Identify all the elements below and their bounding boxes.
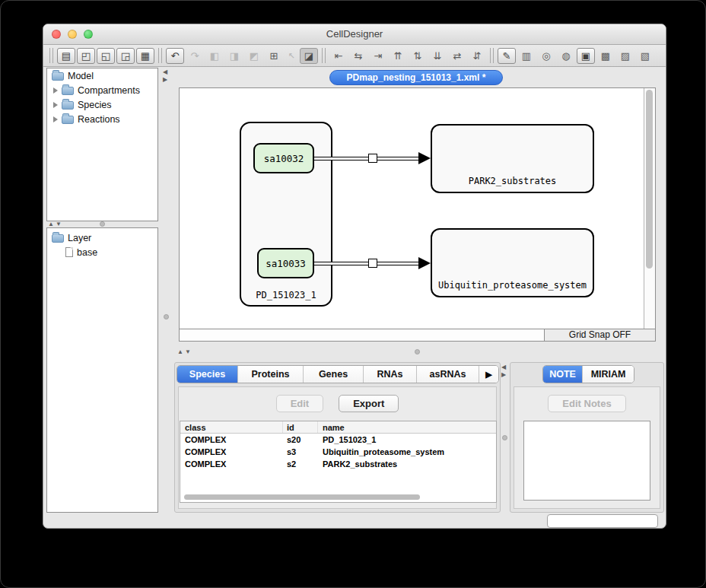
select-grid-button[interactable]: ⊞: [265, 48, 283, 64]
tab-genes[interactable]: Genes: [304, 366, 364, 383]
redo-button[interactable]: ↷: [186, 48, 204, 64]
paste-button[interactable]: ◩: [245, 48, 263, 64]
status-field[interactable]: [547, 514, 658, 528]
align-bottom-button[interactable]: ⇊: [428, 48, 447, 64]
list-view-button[interactable]: ▥: [517, 48, 536, 64]
cell-class: COMPLEX: [180, 458, 283, 470]
reaction-line[interactable]: [314, 262, 420, 265]
column-header-name[interactable]: name: [318, 421, 496, 433]
tab-asrnas[interactable]: asRNAs: [417, 366, 479, 383]
scrollbar-thumb[interactable]: [646, 90, 653, 269]
table-horizontal-scrollbar-thumb[interactable]: [184, 494, 420, 500]
tab-species[interactable]: Species: [177, 366, 238, 383]
reaction-process-node[interactable]: [368, 259, 377, 268]
distribute-horizontal-button[interactable]: ⇄: [448, 48, 466, 64]
complex-node-park2-substrates[interactable]: PARK2_substrates: [431, 124, 594, 193]
edit-button[interactable]: Edit: [276, 395, 324, 412]
bottom-horizontal-splitter[interactable]: ▲ ▼: [174, 348, 664, 357]
tab-miriam[interactable]: MIRIAM: [583, 366, 634, 383]
align-middle-vertical-icon: ⇅: [414, 50, 422, 62]
species-table-header: class id name: [180, 421, 496, 434]
tree-item-layer[interactable]: Layer: [47, 230, 157, 245]
diagram-canvas[interactable]: PD_151023_1 sa10032 sa10033 PARK2_substr…: [180, 88, 644, 329]
toggle-notes-button[interactable]: ◪: [300, 48, 318, 64]
notes-view-button[interactable]: ▣: [577, 48, 595, 64]
open-button[interactable]: ◰: [77, 48, 95, 64]
layout-view-2-button[interactable]: ▨: [616, 48, 634, 64]
table-row[interactable]: COMPLEX s2 PARK2_substrates: [180, 458, 496, 470]
save-as-button[interactable]: ◲: [116, 48, 135, 64]
tree-item-model[interactable]: Model: [47, 68, 157, 83]
splitter-up-arrow-icon[interactable]: ▲: [177, 349, 183, 355]
splitter-handle[interactable]: [502, 435, 507, 440]
splitter-left-arrow-icon[interactable]: ◀: [501, 364, 506, 370]
table-row[interactable]: COMPLEX s3 Ubiquitin_proteasome_system: [180, 446, 496, 458]
layout-view-3-button[interactable]: ▧: [636, 48, 654, 64]
tree-item-base-layer[interactable]: base: [47, 245, 157, 259]
species-view-button[interactable]: ◍: [557, 48, 575, 64]
align-middle-vertical-button[interactable]: ⇅: [409, 48, 427, 64]
print-button[interactable]: ▦: [136, 48, 154, 64]
table-row[interactable]: COMPLEX s20 PD_151023_1: [180, 434, 496, 446]
column-header-id[interactable]: id: [283, 421, 318, 433]
tab-note[interactable]: NOTE: [543, 366, 583, 383]
canvas-horizontal-scrollbar[interactable]: [180, 329, 545, 341]
tree-item-compartments[interactable]: Compartments: [47, 83, 157, 97]
splitter-right-arrow-icon[interactable]: ▶: [163, 77, 167, 83]
tree-item-reactions[interactable]: Reactions: [47, 112, 157, 126]
reaction-view-button[interactable]: ◎: [537, 48, 555, 64]
complex-node-label: PD_151023_1: [241, 290, 331, 300]
bottom-vertical-splitter[interactable]: ◀ ▶: [501, 362, 510, 513]
species-panel-body: Edit Export class id name COMPLEX s20 PD…: [178, 386, 497, 509]
tree-item-species[interactable]: Species: [47, 97, 157, 112]
tab-rnas[interactable]: RNAs: [364, 366, 417, 383]
splitter-up-arrow-icon[interactable]: ▲: [48, 221, 54, 227]
disclosure-triangle-icon[interactable]: [53, 116, 58, 122]
splitter-down-arrow-icon[interactable]: ▼: [56, 221, 62, 227]
export-button[interactable]: Export: [339, 395, 399, 412]
zoom-window-button[interactable]: [84, 30, 93, 39]
distribute-horizontal-icon: ⇄: [453, 50, 462, 62]
disclosure-triangle-icon[interactable]: [53, 87, 58, 94]
main-vertical-splitter[interactable]: ◀ ▶: [160, 68, 173, 513]
delete-button[interactable]: ◧: [205, 48, 224, 64]
minimize-window-button[interactable]: [68, 30, 77, 39]
left-horizontal-splitter[interactable]: ▲ ▼: [46, 221, 158, 227]
reaction-arrowhead-icon: [418, 152, 431, 164]
splitter-right-arrow-icon[interactable]: ▶: [501, 372, 506, 378]
document-tab[interactable]: PDmap_nesting_151013_1.xml *: [329, 70, 503, 85]
species-table: class id name COMPLEX s20 PD_151023_1 CO…: [180, 421, 497, 503]
align-left-button[interactable]: ⇤: [329, 48, 348, 64]
splitter-handle[interactable]: [415, 349, 420, 354]
splitter-left-arrow-icon[interactable]: ◀: [163, 69, 167, 75]
close-window-button[interactable]: [52, 30, 61, 39]
tab-overflow-arrow-icon[interactable]: ▶: [479, 366, 498, 383]
species-node-sa10032[interactable]: sa10032: [253, 143, 314, 173]
complex-node-ubiquitin-proteasome-system[interactable]: Ubiquitin_proteasome_system: [431, 228, 594, 297]
save-button[interactable]: ◱: [97, 48, 115, 64]
undo-button[interactable]: ↶: [166, 48, 184, 64]
disclosure-triangle-icon[interactable]: [53, 102, 58, 108]
distribute-vertical-button[interactable]: ⇵: [468, 48, 486, 64]
splitter-down-arrow-icon[interactable]: ▼: [185, 349, 191, 355]
new-model-button[interactable]: ▤: [57, 48, 75, 64]
pointer-button[interactable]: ↖: [285, 48, 298, 64]
species-node-sa10033[interactable]: sa10033: [257, 248, 314, 278]
reaction-process-node[interactable]: [368, 154, 377, 163]
paint-button[interactable]: ✎: [498, 48, 516, 64]
tab-proteins[interactable]: Proteins: [238, 366, 304, 383]
align-center-horizontal-button[interactable]: ⇆: [349, 48, 367, 64]
column-header-class[interactable]: class: [180, 421, 283, 433]
layout-view-1-button[interactable]: ▩: [596, 48, 615, 64]
align-right-button[interactable]: ⇥: [369, 48, 387, 64]
align-top-button[interactable]: ⇈: [389, 48, 407, 64]
reaction-line[interactable]: [314, 157, 420, 161]
edit-notes-button[interactable]: Edit Notes: [548, 395, 625, 412]
new-model-icon: ▤: [62, 50, 71, 62]
notes-text-area[interactable]: [523, 421, 650, 501]
copy-button[interactable]: ◨: [225, 48, 243, 64]
canvas-vertical-scrollbar[interactable]: [644, 88, 655, 329]
splitter-handle[interactable]: [100, 221, 105, 227]
splitter-handle[interactable]: [164, 314, 169, 319]
cell-id: s3: [283, 446, 318, 458]
